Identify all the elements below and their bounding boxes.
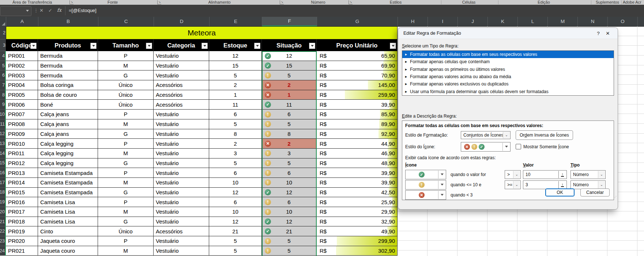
rule-type-item[interactable]: ►Formatar apenas células que contenham	[402, 58, 614, 65]
insert-function-icon[interactable]: fx	[57, 7, 61, 13]
dialog-title-bar[interactable]: Editar Regra de Formatação ? ✕	[398, 28, 618, 39]
reverse-icon-order-button[interactable]: Ordem Inversa de Ícones	[516, 130, 573, 140]
close-icon[interactable]: ✕	[603, 30, 613, 36]
cell-price[interactable]: R$44,90	[317, 139, 398, 149]
cell-code[interactable]: PR018	[6, 217, 38, 227]
name-box[interactable]	[0, 6, 31, 16]
cell-product[interactable]: Cinto	[38, 226, 98, 236]
cell-product[interactable]: Jaqueta couro	[38, 236, 98, 246]
row-header-19[interactable]: 19	[0, 197, 6, 207]
cell-price[interactable]: R$65,90	[317, 51, 398, 61]
cell-size[interactable]: G	[98, 217, 154, 227]
cell-stock[interactable]: 2	[209, 80, 262, 90]
cell-status[interactable]: ✓11	[262, 100, 317, 110]
cell-price[interactable]: R$39,90	[317, 178, 398, 188]
cell-code[interactable]: PR015	[6, 188, 38, 198]
column-header-L[interactable]: L	[518, 17, 548, 26]
cell-price[interactable]: R$48,90	[317, 158, 398, 168]
operator-select[interactable]: >=⌄	[505, 180, 521, 189]
column-header-N[interactable]: N	[578, 17, 608, 26]
cell-size[interactable]: Único	[98, 226, 154, 236]
cell-status[interactable]: !5	[262, 246, 317, 256]
cell-price[interactable]: R$85,90	[317, 110, 398, 119]
column-header-F[interactable]: F	[262, 17, 317, 26]
cell-code[interactable]: PR001	[6, 51, 38, 61]
cell-product[interactable]: Camiseta Estampada	[38, 168, 98, 178]
row-header-6[interactable]: 6	[0, 70, 6, 80]
cell-product[interactable]: Camiseta Lisa	[38, 217, 98, 227]
row-header-5[interactable]: 5	[0, 61, 6, 71]
cell-size[interactable]: P	[98, 236, 154, 246]
cell-status[interactable]: !6	[262, 168, 317, 178]
cell-status[interactable]: ✓15	[262, 61, 317, 71]
cell-code[interactable]: PR010	[6, 139, 38, 149]
row-header-16[interactable]: 16	[0, 168, 6, 178]
ribbon-group-label[interactable]: Número	[311, 0, 325, 4]
cell-product[interactable]: Camiseta Estampada	[38, 188, 98, 198]
cell-price[interactable]: R$49,90	[317, 226, 398, 236]
filter-button[interactable]	[202, 43, 208, 49]
filter-button[interactable]	[30, 43, 37, 49]
cell-product[interactable]: Camiseta Lisa	[38, 207, 98, 217]
cell-status[interactable]: !8	[262, 129, 317, 139]
cell-product[interactable]: Calça legging	[38, 139, 98, 149]
cell-code[interactable]: PR004	[6, 80, 38, 90]
cell-code[interactable]: PR011	[6, 149, 38, 158]
cell-stock[interactable]: 10	[209, 207, 262, 217]
cell-code[interactable]: PR005	[6, 90, 38, 100]
cell-category[interactable]: Vestuário	[154, 207, 209, 217]
cell-stock[interactable]: 5	[209, 246, 262, 256]
cell-product[interactable]: Bolsa coringa	[38, 80, 98, 90]
row-header-8[interactable]: 8	[0, 90, 6, 100]
row-header-9[interactable]: 9	[0, 100, 6, 110]
cell-category[interactable]: Vestuário	[154, 236, 209, 246]
cell-size[interactable]: G	[98, 188, 154, 198]
operator-select[interactable]: >⌄	[505, 170, 521, 179]
cell-product[interactable]: Jaqueta couro	[38, 246, 98, 256]
column-header-I[interactable]: I	[428, 17, 458, 26]
cell-stock[interactable]: 5	[209, 158, 262, 168]
type-select[interactable]: Número⌄	[570, 180, 606, 189]
cell-price[interactable]: R$70,90	[317, 70, 398, 80]
cell-category[interactable]: Acessórios	[154, 80, 209, 90]
rule-type-item[interactable]: ►Formatar apenas os primeiros ou últimos…	[402, 66, 614, 73]
format-style-select[interactable]: Conjuntos de Ícones ⌄	[461, 131, 511, 139]
cell-status[interactable]: ✓12	[262, 188, 317, 198]
cell-price[interactable]: R$69,90	[317, 61, 398, 71]
row-header-23[interactable]: 23	[0, 236, 6, 246]
type-select[interactable]: Número⌄	[570, 170, 606, 179]
cell-category[interactable]: Vestuário	[154, 51, 209, 61]
filter-button[interactable]	[309, 43, 315, 49]
icon-style-select[interactable]: ✕ ! ✓	[461, 142, 511, 152]
cell-category[interactable]: Vestuário	[154, 217, 209, 227]
cell-status[interactable]: ✓21	[262, 226, 317, 236]
cell-category[interactable]: Vestuário	[154, 119, 209, 129]
dialog-launcher-icon[interactable]: ↘	[157, 0, 161, 4]
cell-size[interactable]: G	[98, 129, 154, 139]
cell-price[interactable]: R$39,90	[317, 100, 398, 110]
cell-category[interactable]: Vestuário	[154, 149, 209, 158]
cell-stock[interactable]: 15	[209, 61, 262, 71]
filter-button[interactable]	[254, 43, 260, 49]
ribbon-group-label[interactable]: Fonte	[108, 0, 118, 4]
cell-category[interactable]: Acessórios	[154, 100, 209, 110]
cell-code[interactable]: PR019	[6, 226, 38, 236]
filter-button[interactable]	[90, 43, 97, 49]
cell-status[interactable]: !5	[262, 119, 317, 129]
cell-category[interactable]: Vestuário	[154, 168, 209, 178]
cell-code[interactable]: PR003	[6, 70, 38, 80]
cell-code[interactable]: PR020	[6, 236, 38, 246]
cell-status[interactable]: !6	[262, 110, 317, 119]
cell-size[interactable]: P	[98, 51, 154, 61]
row-header-22[interactable]: 22	[0, 226, 6, 236]
cell-status[interactable]: !5	[262, 158, 317, 168]
cell-code[interactable]: PR017	[6, 207, 38, 217]
cell-price[interactable]: R$89,90	[317, 119, 398, 129]
row-header-12[interactable]: 12	[0, 129, 6, 139]
value-input[interactable]: 3↑	[523, 180, 567, 189]
cell-size[interactable]: M	[98, 119, 154, 129]
cell-size[interactable]: M	[98, 207, 154, 217]
row-header-24[interactable]: 24	[0, 246, 6, 256]
cell-status[interactable]: ✓12	[262, 51, 317, 61]
cell-size[interactable]: G	[98, 158, 154, 168]
